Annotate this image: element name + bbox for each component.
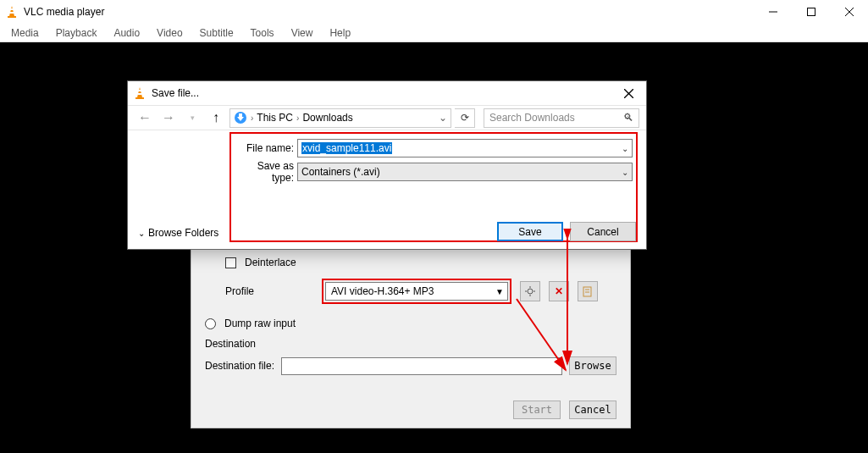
filename-value: xvid_sample111.avi <box>301 142 392 154</box>
menu-subtitle[interactable]: Subtitle <box>192 25 241 41</box>
chevron-down-icon[interactable]: ⌄ <box>622 144 628 153</box>
save-type-dropdown[interactable]: Containers (*.avi) ⌄ <box>297 163 633 181</box>
svg-rect-19 <box>138 93 142 95</box>
dialog-close-button[interactable] <box>616 81 641 105</box>
filename-input[interactable]: xvid_sample111.avi ⌄ <box>297 139 633 157</box>
chevron-down-icon[interactable]: ⌄ <box>622 168 628 177</box>
vlc-cone-icon <box>5 5 19 19</box>
dump-raw-radio[interactable] <box>205 318 216 329</box>
svg-marker-16 <box>137 87 142 97</box>
breadcrumb-folder[interactable]: Downloads <box>302 112 352 124</box>
new-profile-button[interactable] <box>578 281 598 301</box>
chevron-down-icon: ⌄ <box>138 229 145 238</box>
main-titlebar: VLC media player <box>0 0 868 24</box>
chevron-down-icon: ▼ <box>495 287 504 296</box>
maximize-button[interactable] <box>792 0 830 24</box>
profile-dropdown[interactable]: AVI video-H.364+ MP3 ▼ <box>325 282 508 301</box>
search-input[interactable]: Search Downloads 🔍︎ <box>484 108 639 128</box>
search-icon: 🔍︎ <box>623 112 633 124</box>
svg-point-8 <box>528 289 533 294</box>
dump-raw-label: Dump raw input <box>224 318 296 329</box>
profile-label: Profile <box>225 285 317 297</box>
profile-highlight-box: AVI video-H.364+ MP3 ▼ <box>322 279 511 304</box>
chevron-down-icon[interactable]: ⌄ <box>439 112 447 124</box>
up-button[interactable]: ↑ <box>206 108 226 128</box>
menubar: Media Playback Audio Video Subtitle Tool… <box>0 24 868 42</box>
chevron-right-icon: › <box>296 113 299 123</box>
menu-video[interactable]: Video <box>149 25 190 41</box>
convert-panel: Deinterlace Profile AVI video-H.364+ MP3… <box>191 249 631 428</box>
menu-help[interactable]: Help <box>322 25 358 41</box>
filename-label: File name: <box>235 142 297 154</box>
save-dialog-title: Save file... <box>152 87 199 99</box>
deinterlace-label: Deinterlace <box>245 257 296 268</box>
cancel-button[interactable]: Cancel <box>570 222 636 241</box>
svg-rect-2 <box>10 8 14 10</box>
destination-file-input[interactable] <box>281 357 562 375</box>
menu-view[interactable]: View <box>284 25 321 41</box>
recent-dropdown[interactable]: ▾ <box>182 108 202 128</box>
vlc-cone-icon <box>133 86 147 100</box>
refresh-button[interactable]: ⟳ <box>455 108 475 128</box>
forward-button[interactable]: → <box>158 108 179 128</box>
svg-rect-17 <box>135 97 144 99</box>
save-type-label: Save as type: <box>235 160 297 184</box>
breadcrumb-root[interactable]: This PC <box>257 112 293 124</box>
svg-rect-3 <box>10 12 14 14</box>
back-button[interactable]: ← <box>135 108 155 128</box>
main-window-title: VLC media player <box>24 6 104 18</box>
downloads-folder-icon <box>234 111 247 124</box>
save-file-dialog: Save file... ← → ▾ ↑ › This PC › Downloa… <box>127 80 647 250</box>
destination-heading: Destination <box>205 338 616 350</box>
menu-media[interactable]: Media <box>3 25 47 41</box>
chevron-right-icon: › <box>251 113 253 123</box>
search-placeholder: Search Downloads <box>489 112 575 124</box>
destination-file-label: Destination file: <box>205 360 274 372</box>
delete-profile-button[interactable]: ✕ <box>549 281 569 301</box>
browse-folders-toggle[interactable]: ⌄ Browse Folders <box>138 227 218 239</box>
menu-playback[interactable]: Playback <box>48 25 105 41</box>
minimize-button[interactable] <box>754 0 792 24</box>
svg-rect-5 <box>807 8 815 16</box>
save-button[interactable]: Save <box>497 222 563 241</box>
browse-folders-label: Browse Folders <box>148 227 218 239</box>
deinterlace-checkbox[interactable] <box>225 257 236 268</box>
start-button[interactable]: Start <box>513 401 561 419</box>
menu-audio[interactable]: Audio <box>106 25 147 41</box>
svg-rect-1 <box>8 16 16 18</box>
convert-cancel-button[interactable]: Cancel <box>569 401 616 419</box>
menu-tools[interactable]: Tools <box>243 25 282 41</box>
save-type-value: Containers (*.avi) <box>301 166 380 178</box>
address-bar[interactable]: › This PC › Downloads ⌄ <box>229 108 451 128</box>
browse-button[interactable]: Browse <box>569 356 616 375</box>
edit-profile-button[interactable] <box>520 281 540 301</box>
close-button[interactable] <box>830 0 868 24</box>
profile-value: AVI video-H.364+ MP3 <box>331 285 434 297</box>
svg-marker-0 <box>9 6 14 16</box>
svg-rect-18 <box>138 90 141 91</box>
